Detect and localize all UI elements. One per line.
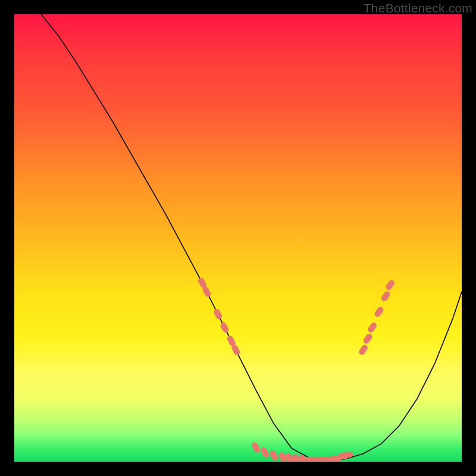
highlight-dot bbox=[367, 321, 378, 333]
watermark-text: TheBottleneck.com bbox=[364, 1, 472, 15]
highlight-dot bbox=[250, 441, 261, 454]
highlight-dot bbox=[374, 306, 385, 318]
chart-frame: TheBottleneck.com bbox=[0, 0, 476, 476]
highlight-dot bbox=[358, 344, 369, 356]
highlight-dot bbox=[342, 452, 353, 458]
highlight-dot bbox=[384, 279, 396, 291]
plot-area bbox=[14, 14, 462, 462]
highlight-dot bbox=[362, 333, 374, 345]
highlight-markers bbox=[197, 277, 396, 462]
highlight-dot bbox=[259, 446, 270, 459]
highlight-dot bbox=[380, 290, 392, 302]
highlight-dot bbox=[220, 321, 230, 334]
bottleneck-curve bbox=[41, 14, 462, 461]
highlight-dot bbox=[213, 308, 223, 321]
chart-svg bbox=[14, 14, 462, 462]
highlight-dot bbox=[269, 449, 279, 462]
